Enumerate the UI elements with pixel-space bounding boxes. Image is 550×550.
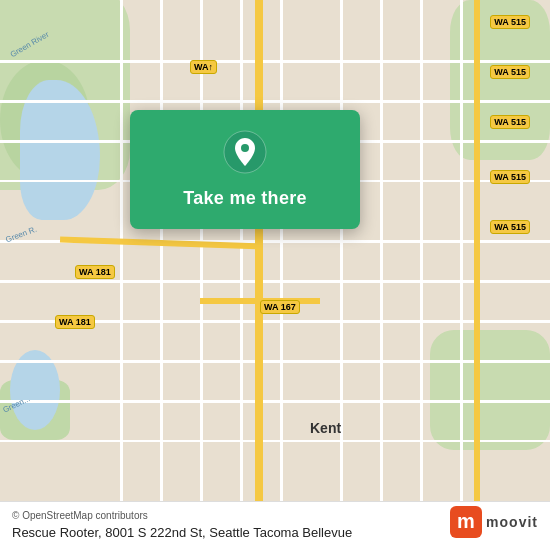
map-container: Green River Green R. Green... WA 515 WA …	[0, 0, 550, 550]
road-v-2	[160, 0, 163, 550]
highway-515-v	[474, 0, 480, 550]
road-h-10	[0, 440, 550, 442]
city-label-kent: Kent	[310, 420, 341, 436]
take-me-there-button[interactable]: Take me there	[146, 184, 344, 213]
label-wa-arrow: WA↑	[190, 60, 217, 74]
road-h-6	[0, 280, 550, 283]
road-h-1	[0, 60, 550, 63]
green-area-se	[430, 330, 550, 450]
moovit-logo: m moovit	[450, 506, 538, 538]
moovit-icon: m	[450, 506, 482, 538]
road-v-3	[200, 0, 203, 550]
road-h-9	[0, 400, 550, 403]
label-wa515-1: WA 515	[490, 15, 530, 29]
label-wa181-2: WA 181	[55, 315, 95, 329]
road-v-6	[340, 0, 343, 550]
road-v-7	[380, 0, 383, 550]
label-wa515-4: WA 515	[490, 170, 530, 184]
label-wa167-2: WA 167	[260, 300, 300, 314]
moovit-text: moovit	[486, 514, 538, 530]
road-v-1	[120, 0, 123, 550]
overlay-card: Take me there	[130, 110, 360, 229]
svg-text:m: m	[457, 510, 475, 532]
road-h-8	[0, 360, 550, 363]
road-v-9	[460, 0, 463, 550]
location-pin-icon	[223, 130, 267, 174]
road-v-5	[280, 0, 283, 550]
road-h-2	[0, 100, 550, 103]
label-wa515-3: WA 515	[490, 115, 530, 129]
label-wa515-2: WA 515	[490, 65, 530, 79]
label-wa515-5: WA 515	[490, 220, 530, 234]
road-v-4	[240, 0, 243, 550]
svg-point-1	[241, 144, 249, 152]
label-wa181-1: WA 181	[75, 265, 115, 279]
road-v-8	[420, 0, 423, 550]
highway-167-v	[255, 0, 263, 550]
